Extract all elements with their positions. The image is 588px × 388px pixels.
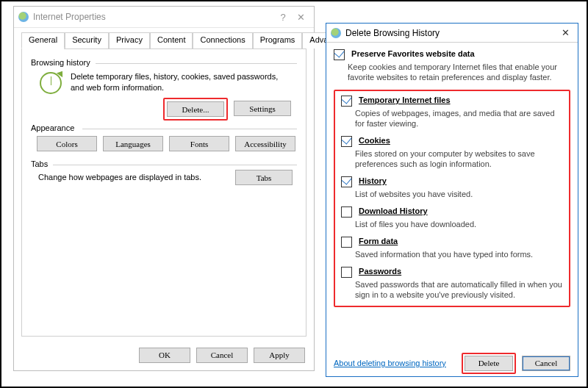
desc-passwords: Saved passwords that are automatically f… — [355, 279, 566, 300]
close-icon[interactable]: ✕ — [557, 27, 573, 38]
colors-button[interactable]: Colors — [37, 136, 97, 151]
tab-connections[interactable]: Connections — [193, 32, 252, 48]
ip-title: Internet Properties — [33, 12, 274, 22]
checkbox-history[interactable] — [341, 176, 352, 187]
tab-content[interactable]: Content — [150, 32, 193, 48]
fonts-button[interactable]: Fonts — [169, 136, 229, 151]
dbh-cancel-button[interactable]: Cancel — [522, 356, 570, 371]
desc-dlhistory: List of files you have downloaded. — [355, 219, 566, 229]
delete-button-highlight: Delete... — [163, 98, 228, 121]
divider — [96, 63, 297, 64]
history-icon — [40, 72, 62, 96]
desc-formdata: Saved information that you have typed in… — [355, 249, 566, 259]
tabs-button[interactable]: Tabs — [235, 170, 293, 185]
close-icon[interactable]: ✕ — [292, 12, 309, 23]
checkbox-formdata[interactable] — [341, 237, 352, 248]
ok-button[interactable]: OK — [139, 348, 190, 363]
checkbox-dlhistory[interactable] — [341, 206, 352, 218]
preserve-favorites-row: Preserve Favorites website data Keep coo… — [334, 49, 570, 82]
accessibility-button[interactable]: Accessibility — [235, 136, 295, 151]
desc-cookies: Files stored on your computer by website… — [355, 148, 566, 169]
apply-button[interactable]: Apply — [254, 348, 305, 363]
preserve-favorites-label: Preserve Favorites website data — [351, 49, 475, 58]
options-highlight: Temporary Internet files Copies of webpa… — [334, 90, 570, 307]
desc-history: List of websites you have visited. — [355, 189, 566, 199]
dbh-delete-button[interactable]: Delete — [465, 356, 513, 371]
tab-programs[interactable]: Programs — [253, 32, 303, 48]
ip-tabs: General Security Privacy Content Connect… — [21, 32, 306, 48]
option-formdata: Form data Saved information that you hav… — [341, 237, 566, 259]
tab-privacy[interactable]: Privacy — [109, 32, 150, 48]
divider — [82, 129, 297, 129]
screenshot-stage: Internet Properties ? ✕ General Security… — [0, 0, 588, 388]
about-deleting-link[interactable]: About deleting browsing history — [334, 359, 446, 367]
dbh-titlebar: Delete Browsing History ✕ — [326, 24, 578, 43]
ie-icon — [331, 28, 341, 38]
option-passwords: Passwords Saved passwords that are autom… — [341, 267, 566, 300]
help-button[interactable]: ? — [274, 12, 292, 23]
desc-temp: Copies of webpages, images, and media th… — [355, 108, 566, 129]
checkbox-cookies[interactable] — [341, 136, 352, 147]
ip-titlebar: Internet Properties ? ✕ — [14, 7, 314, 28]
tab-general[interactable]: General — [21, 32, 65, 48]
dbh-body: Preserve Favorites website data Keep coo… — [334, 49, 570, 347]
settings-button[interactable]: Settings — [234, 101, 291, 116]
label-temp: Temporary Internet files — [359, 96, 451, 104]
dbh-footer: About deleting browsing history Delete C… — [326, 350, 578, 376]
label-cookies: Cookies — [359, 136, 390, 145]
preserve-favorites-desc: Keep cookies and temporary Internet file… — [348, 62, 570, 82]
checkbox-passwords[interactable] — [341, 267, 352, 278]
appearance-label: Appearance — [31, 123, 74, 132]
dbh-title: Delete Browsing History — [345, 28, 557, 38]
delete-button-highlight: Delete — [462, 353, 516, 374]
delete-browsing-history-dialog: Delete Browsing History ✕ Preserve Favor… — [326, 23, 578, 377]
option-history: History List of websites you have visite… — [341, 176, 566, 199]
cancel-button[interactable]: Cancel — [196, 348, 248, 363]
label-dlhistory: Download History — [359, 206, 428, 215]
languages-button[interactable]: Languages — [103, 136, 163, 151]
tab-security[interactable]: Security — [65, 32, 109, 48]
browsing-history-text: Delete temporary files, history, cookies… — [71, 71, 288, 93]
checkbox-temp[interactable] — [341, 96, 352, 107]
ie-icon — [18, 12, 29, 22]
option-temp: Temporary Internet files Copies of webpa… — [341, 96, 566, 129]
label-formdata: Form data — [359, 237, 398, 245]
label-history: History — [359, 176, 387, 185]
ip-footer: OK Cancel Apply — [14, 340, 314, 370]
ip-body: General Security Privacy Content Connect… — [21, 32, 306, 337]
label-passwords: Passwords — [359, 267, 401, 276]
delete-button[interactable]: Delete... — [167, 101, 224, 117]
internet-properties-window: Internet Properties ? ✕ General Security… — [13, 6, 315, 371]
option-cookies: Cookies Files stored on your computer by… — [341, 136, 566, 169]
option-dlhistory: Download History List of files you have … — [341, 206, 566, 229]
tabs-group-label: Tabs — [31, 159, 48, 168]
divider — [53, 165, 297, 165]
preserve-favorites-checkbox[interactable] — [334, 49, 345, 60]
browsing-history-label: Browsing history — [31, 58, 90, 67]
tabs-group-text: Change how webpages are displayed in tab… — [38, 172, 207, 183]
